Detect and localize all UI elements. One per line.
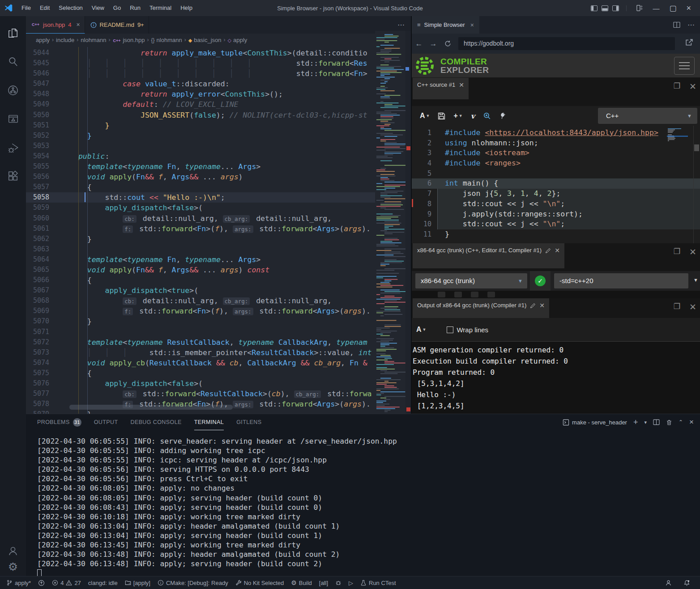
split-editor-icon[interactable] [673,21,680,28]
settings-gear-icon[interactable]: ⚙ [8,561,18,572]
back-icon[interactable]: ← [412,39,426,48]
toggle-secondary-sidebar-icon[interactable] [612,5,619,11]
close-pane-icon[interactable]: ✕ [539,302,545,309]
maximize-pane-icon[interactable]: ❐ [674,81,680,92]
cmake-status[interactable]: CMake: [Debug]: Ready [156,578,230,588]
more-actions-icon[interactable]: ⋯ [687,21,695,29]
close-window-button[interactable]: × [686,4,691,13]
panel-tab-problems[interactable]: PROBLEMS31 [37,414,81,430]
minimize-button[interactable]: — [653,4,659,12]
maximize-panel-icon[interactable]: ⌃ [679,419,683,425]
menu-edit[interactable]: Edit [35,0,54,16]
source-scrollbar[interactable] [694,144,699,151]
toggle-panel-icon[interactable] [602,5,608,11]
panel-tab-debug-console[interactable]: DEBUG CONSOLE [130,414,181,430]
toggle-sidebar-icon[interactable] [591,5,598,11]
menu-view[interactable]: View [87,0,109,16]
menu-selection[interactable]: Selection [54,0,87,16]
ctest-button[interactable]: Run CTest [359,578,398,588]
breadcrumb-item-basic_json[interactable]: ◆basic_json [188,37,222,43]
tab-readme-md[interactable]: README.md 9+ [85,16,149,34]
source-control-icon[interactable] [0,79,26,102]
code-line[interactable]: 9 j.apply(std::ranges::sort); [412,209,700,220]
vim-mode-icon[interactable]: v [471,112,475,120]
code-line[interactable]: 1#include <https://localhost:8443/apply/… [412,128,700,138]
panel-tab-gitlens[interactable]: GITLENS [236,414,261,430]
font-size-button[interactable]: A▼ [416,326,426,334]
code-line[interactable]: 8 std::cout << j << "\n"; [412,199,700,209]
extensions-icon[interactable] [0,165,26,188]
kit-status[interactable]: No Kit Selected [234,578,286,588]
menu-go[interactable]: Go [109,0,125,16]
problems-status[interactable]: 427 [50,578,83,588]
breadcrumb[interactable]: apply›include›nlohmann›C++json.hpp›{}nlo… [26,34,411,46]
publish-status[interactable] [36,578,47,588]
language-select[interactable]: C++▼ [598,108,697,124]
tab-simple-browser[interactable]: ≡ Simple Browser × [412,16,479,34]
wrap-lines-checkbox[interactable] [447,326,453,333]
breadcrumb-item-json.hpp[interactable]: C++json.hpp [112,37,145,43]
menu-run[interactable]: Run [125,0,145,16]
tab-compiler[interactable]: x86-64 gcc (trunk) (C++, Editor #1, Comp… [413,243,564,268]
minimap[interactable] [375,31,405,414]
maximize-pane-icon[interactable]: ❐ [674,247,680,257]
split-terminal-icon[interactable] [653,419,660,425]
debug-button[interactable] [333,578,343,588]
close-tab-icon[interactable]: × [76,21,80,28]
breadcrumb-item-include[interactable]: include [56,37,74,43]
edit-pane-title-icon[interactable] [545,248,551,254]
search-icon[interactable] [0,50,26,73]
build-button[interactable]: ⚙Build [289,578,313,588]
breadcrumb-item-nlohmann[interactable]: nlohmann [81,37,106,43]
terminal-dropdown-icon[interactable]: ▾ [644,420,647,425]
hamburger-menu-icon[interactable] [674,57,695,75]
source-minimap[interactable] [667,127,688,181]
maximize-button[interactable]: ▢ [669,4,676,13]
compiler-options-input[interactable]: -std=c++20 [554,273,688,288]
explorer-icon[interactable] [0,21,26,45]
kill-terminal-icon[interactable] [666,419,672,426]
git-branch-status[interactable]: apply* [4,578,33,588]
panel-tab-output[interactable]: OUTPUT [94,414,118,430]
maximize-pane-icon[interactable]: ❐ [674,302,680,312]
terminal-output[interactable]: [2022-04-30 06:05:55] INFO: serve_header… [37,436,691,568]
editor-scrollbar[interactable] [405,31,411,414]
tab-cpp-source[interactable]: C++ source #1 ✕ [413,78,469,99]
new-terminal-icon[interactable]: + [633,418,638,427]
cmake-panel-icon[interactable] [0,107,26,131]
notifications-bell[interactable] [682,578,692,588]
breadcrumb-item-apply[interactable]: ◇apply [228,37,248,43]
edit-pane-title-icon[interactable] [530,303,536,309]
code-line[interactable]: 11} [412,229,700,240]
build-target[interactable]: [all] [317,578,330,588]
code-line[interactable]: 10 std::cout << j << "\n"; [412,219,700,229]
close-pane-icon[interactable]: ✕ [459,81,464,89]
add-pane-button[interactable]: +▼ [453,112,462,120]
close-pane-icon[interactable]: ✕ [689,302,696,312]
code-line[interactable]: 4#include <ranges> [412,158,700,169]
close-pane-icon[interactable]: ✕ [689,247,696,257]
cmake-folder-status[interactable]: [apply] [123,578,152,588]
customize-layout-icon[interactable] [636,5,643,11]
accounts-icon[interactable] [7,545,19,557]
reload-icon[interactable] [444,40,452,47]
code-line[interactable]: 6int main() { [412,178,700,189]
menu-file[interactable]: File [17,0,35,16]
run-and-debug-icon[interactable] [0,136,26,159]
close-pane-icon[interactable]: ✕ [555,247,560,254]
menu-help[interactable]: Help [176,0,197,16]
feedback-button[interactable] [663,578,674,588]
compiler-select[interactable]: x86-64 gcc (trunk)▼ [415,273,527,288]
forward-icon[interactable]: → [426,39,440,48]
close-pane-icon[interactable]: ✕ [689,81,696,92]
open-external-icon[interactable] [685,38,694,47]
code-line[interactable]: 2using nlohmann::json; [412,138,700,148]
close-tab-icon[interactable]: × [470,21,474,29]
zoom-icon[interactable] [483,112,491,120]
tab-output[interactable]: Output of x86-64 gcc (trunk) (Compiler #… [413,298,549,318]
code-line[interactable]: 5 [412,169,700,179]
cppinsights-bird-icon[interactable] [499,112,507,120]
panel-tab-terminal[interactable]: TERMINAL [194,414,224,430]
url-input[interactable]: https://godbolt.org [458,37,675,50]
code-line[interactable]: 7 json j{5, 3, 1, 4, 2}; [412,189,700,199]
